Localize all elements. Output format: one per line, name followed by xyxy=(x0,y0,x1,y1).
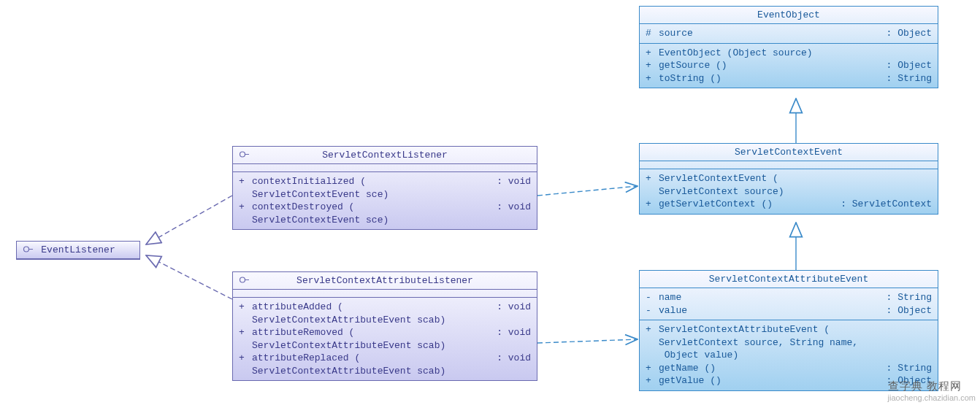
class-member: -value : Object xyxy=(646,304,932,317)
class-name: EventListener xyxy=(41,244,115,255)
return-type: : ServletContext xyxy=(841,198,932,211)
return-type: : void xyxy=(497,352,531,377)
visibility: + xyxy=(646,72,659,85)
class-member: +EventObject (Object source) xyxy=(646,47,932,60)
class-member: +contextDestroyed ( ServletContextEvent … xyxy=(239,201,531,226)
visibility: + xyxy=(239,201,252,226)
visibility: - xyxy=(646,291,659,304)
class-title: ServletContextListener xyxy=(233,147,537,164)
class-member: +toString () : String xyxy=(646,72,932,85)
attributes-section: #source : Object xyxy=(640,24,938,44)
class-member: +getName () : String xyxy=(646,362,932,375)
watermark: 查字典 教程网 jiaocheng.chazidian.com xyxy=(888,379,976,402)
interface-icon xyxy=(239,150,249,161)
attributes-section xyxy=(640,161,938,169)
edge-dependency xyxy=(537,186,638,196)
interface-icon xyxy=(23,244,33,255)
return-type: : Object xyxy=(887,304,932,317)
class-name: ServletContextAttributeListener xyxy=(296,275,473,286)
class-servletcontextattributelistener: ServletContextAttributeListener +attribu… xyxy=(232,271,537,381)
visibility: - xyxy=(646,304,659,317)
svg-point-4 xyxy=(240,277,245,282)
visibility: + xyxy=(239,301,252,326)
class-member: +getSource () : Object xyxy=(646,59,932,72)
signature: ServletContextAttributeEvent ( ServletCo… xyxy=(659,323,932,362)
signature: attributeReplaced ( ServletContextAttrib… xyxy=(252,352,497,377)
svg-point-2 xyxy=(240,152,245,157)
class-servletcontextattributeevent: ServletContextAttributeEvent -name : Str… xyxy=(639,270,938,391)
return-type: : Object xyxy=(887,27,932,40)
attributes-section xyxy=(233,164,537,172)
return-type: : Object xyxy=(887,59,932,72)
class-title: ServletContextAttributeListener xyxy=(233,272,537,290)
signature: ServletContextEvent ( ServletContext sou… xyxy=(659,172,932,198)
signature: contextDestroyed ( ServletContextEvent s… xyxy=(252,201,497,226)
signature: getServletContext () xyxy=(659,198,841,211)
class-member: +ServletContextAttributeEvent ( ServletC… xyxy=(646,323,932,362)
signature: attributeAdded ( ServletContextAttribute… xyxy=(252,301,497,326)
attributes-section xyxy=(233,290,537,298)
signature: value xyxy=(659,304,887,317)
class-title: EventObject xyxy=(640,7,938,24)
signature: source xyxy=(659,27,887,40)
class-member: +getServletContext () : ServletContext xyxy=(646,198,932,211)
class-name: ServletContextEvent xyxy=(735,147,843,158)
return-type: : void xyxy=(497,201,531,226)
visibility: + xyxy=(646,172,659,198)
signature: attributeRemoved ( ServletContextAttribu… xyxy=(252,326,497,352)
return-type: : String xyxy=(887,291,932,304)
class-name: EventObject xyxy=(757,9,820,20)
visibility: + xyxy=(239,175,252,201)
class-name: ServletContextAttributeEvent xyxy=(709,274,868,285)
operations-section: +contextInitialized ( ServletContextEven… xyxy=(233,172,537,229)
visibility: + xyxy=(646,59,659,72)
edge-realization xyxy=(146,255,232,299)
watermark-bottom: jiaocheng.chazidian.com xyxy=(888,393,976,402)
signature: contextInitialized ( ServletContextEvent… xyxy=(252,175,497,201)
visibility: + xyxy=(646,323,659,362)
signature: EventObject (Object source) xyxy=(659,47,932,60)
signature: getSource () xyxy=(659,59,887,72)
class-servletcontextlistener: ServletContextListener +contextInitializ… xyxy=(232,146,537,230)
visibility: + xyxy=(646,374,659,387)
class-title: ServletContextAttributeEvent xyxy=(640,271,938,288)
class-member: -name : String xyxy=(646,291,932,304)
return-type: : String xyxy=(887,362,932,375)
interface-icon xyxy=(239,275,249,286)
class-member: +attributeRemoved ( ServletContextAttrib… xyxy=(239,326,531,352)
edge-realization xyxy=(146,196,232,244)
class-member: +ServletContextEvent ( ServletContext so… xyxy=(646,172,932,198)
class-name: ServletContextListener xyxy=(322,150,448,161)
signature: toString () xyxy=(659,72,887,85)
attributes-section: -name : String-value : Object xyxy=(640,288,938,320)
class-member: #source : Object xyxy=(646,27,932,40)
signature: getName () xyxy=(659,362,887,375)
class-title: ServletContextEvent xyxy=(640,144,938,161)
visibility: + xyxy=(239,326,252,352)
class-member: +attributeReplaced ( ServletContextAttri… xyxy=(239,352,531,377)
visibility: + xyxy=(239,352,252,377)
signature: name xyxy=(659,291,887,304)
visibility: + xyxy=(646,47,659,60)
operations-section: +ServletContextEvent ( ServletContext so… xyxy=(640,169,938,214)
class-servletcontextevent: ServletContextEvent +ServletContextEvent… xyxy=(639,143,938,215)
class-eventobject: EventObject #source : Object +EventObjec… xyxy=(639,6,938,88)
return-type: : void xyxy=(497,301,531,326)
class-member: +contextInitialized ( ServletContextEven… xyxy=(239,175,531,201)
class-eventlistener: EventListener xyxy=(16,241,140,260)
edge-dependency xyxy=(537,339,638,343)
signature: getValue () xyxy=(659,374,887,387)
visibility: + xyxy=(646,198,659,211)
return-type: : String xyxy=(887,72,932,85)
visibility: # xyxy=(646,27,659,40)
visibility: + xyxy=(646,362,659,375)
operations-section: +attributeAdded ( ServletContextAttribut… xyxy=(233,298,537,380)
operations-section: +EventObject (Object source)+getSource (… xyxy=(640,44,938,88)
class-title: EventListener xyxy=(17,242,139,259)
return-type: : void xyxy=(497,175,531,201)
return-type: : void xyxy=(497,326,531,352)
svg-point-0 xyxy=(24,247,29,252)
watermark-top: 查字典 教程网 xyxy=(888,379,976,393)
class-member: +attributeAdded ( ServletContextAttribut… xyxy=(239,301,531,326)
